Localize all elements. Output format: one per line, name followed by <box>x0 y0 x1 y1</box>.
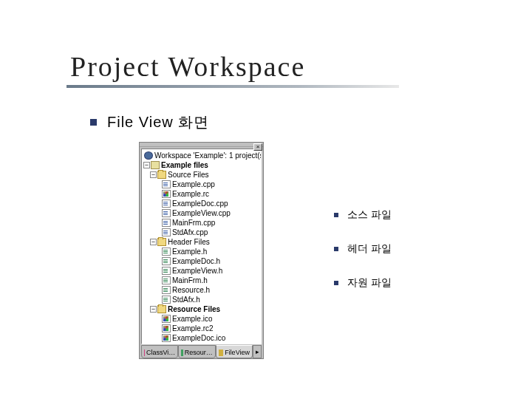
tab-classview[interactable]: ClassVi… <box>141 345 178 358</box>
workspace-panel: × Workspace 'Example': 1 project(s) − Ex… <box>139 142 264 359</box>
cpp-icon <box>162 219 171 227</box>
rc-icon <box>162 190 171 198</box>
file-label: ExampleDoc.ico <box>172 333 225 343</box>
bullet-icon <box>334 247 338 251</box>
res-icon <box>162 344 171 344</box>
cpp-icon <box>162 228 171 236</box>
legend: 소스 파일 헤더 파일 자원 파일 <box>334 208 392 310</box>
fileview-icon <box>219 349 223 356</box>
header-item[interactable]: StdAfx.h <box>143 295 261 304</box>
section-row: File View 화면 <box>90 112 209 132</box>
folder-icon <box>157 171 166 179</box>
workspace-label: Workspace 'Example': 1 project(s) <box>154 151 261 160</box>
file-label: Example.rc <box>172 189 209 199</box>
legend-item-source: 소스 파일 <box>334 208 392 222</box>
bullet-icon <box>334 281 338 285</box>
file-label: ExampleDoc.h <box>172 256 220 266</box>
folder-resource[interactable]: − Resource Files <box>143 304 261 314</box>
legend-label: 헤더 파일 <box>347 242 392 256</box>
project-icon <box>151 161 160 169</box>
cpp-icon <box>162 180 171 188</box>
tab-resourceview[interactable]: Resour… <box>178 345 215 358</box>
workspace-node[interactable]: Workspace 'Example': 1 project(s) <box>143 151 261 160</box>
source-item[interactable]: ExampleView.cpp <box>143 208 261 218</box>
slide-title: Project Workspace <box>70 50 305 83</box>
tab-fileview[interactable]: FileView <box>216 345 253 358</box>
file-label: Example.rc2 <box>172 324 214 333</box>
panel-tabs: ClassVi… Resour… FileView <box>141 345 253 358</box>
collapse-icon[interactable]: − <box>150 239 157 245</box>
res-icon <box>162 324 171 332</box>
workspace-icon <box>144 151 153 160</box>
file-label: ExampleDoc.cpp <box>172 199 228 208</box>
res-icon <box>162 315 171 323</box>
source-item[interactable]: ExampleDoc.cpp <box>143 199 261 208</box>
classview-icon <box>144 349 145 356</box>
file-label: Example.cpp <box>172 180 215 189</box>
file-label: StdAfx.h <box>172 295 200 304</box>
h-icon <box>162 267 171 275</box>
res-icon <box>162 334 171 342</box>
source-item[interactable]: Example.cpp <box>143 180 261 189</box>
folder-label: Header Files <box>168 237 210 247</box>
resourceview-icon <box>181 349 183 356</box>
header-item[interactable]: MainFrm.h <box>143 276 261 285</box>
folder-icon <box>157 238 166 246</box>
file-label: Example.ico <box>172 314 212 324</box>
header-item[interactable]: Example.h <box>143 247 261 256</box>
resource-item[interactable]: Example.rc2 <box>143 324 261 333</box>
header-item[interactable]: ExampleDoc.h <box>143 256 261 266</box>
project-node[interactable]: − Example files <box>143 160 261 170</box>
header-item[interactable]: ExampleView.h <box>143 266 261 276</box>
resource-item[interactable]: Example.ico <box>143 314 261 324</box>
source-item[interactable]: Example.rc <box>143 189 261 199</box>
close-button[interactable]: × <box>253 143 262 151</box>
file-label: StdAfx.cpp <box>172 228 208 237</box>
file-label: MainFrm.h <box>172 276 208 285</box>
title-underline <box>66 85 399 88</box>
folder-icon <box>157 305 166 313</box>
file-label: ExampleView.h <box>172 266 222 276</box>
file-tree[interactable]: Workspace 'Example': 1 project(s) − Exam… <box>141 149 262 344</box>
tab-label: FileView <box>225 349 250 356</box>
h-icon <box>162 257 171 265</box>
bullet-icon <box>334 213 338 217</box>
folder-source[interactable]: − Source Files <box>143 170 261 180</box>
resource-item[interactable]: Toolbar.bmp <box>143 343 261 344</box>
collapse-icon[interactable]: − <box>150 306 157 313</box>
tab-scroll-right[interactable]: ▸ <box>253 345 262 358</box>
h-icon <box>162 276 171 284</box>
h-icon <box>162 286 171 294</box>
file-label: MainFrm.cpp <box>172 218 215 228</box>
folder-label: Source Files <box>168 170 209 180</box>
file-label: Example.h <box>172 247 207 256</box>
bullet-icon <box>90 119 97 126</box>
h-icon <box>162 296 171 304</box>
tab-label: Resour… <box>185 349 213 356</box>
file-label: Resource.h <box>172 285 210 295</box>
section-label: File View 화면 <box>107 112 209 132</box>
file-label: ExampleView.cpp <box>172 208 231 218</box>
cpp-icon <box>162 200 171 208</box>
source-item[interactable]: MainFrm.cpp <box>143 218 261 228</box>
collapse-icon[interactable]: − <box>143 162 150 168</box>
header-item[interactable]: Resource.h <box>143 285 261 295</box>
legend-item-header: 헤더 파일 <box>334 242 392 256</box>
legend-label: 자원 파일 <box>347 276 392 290</box>
legend-label: 소스 파일 <box>347 208 392 222</box>
project-label: Example files <box>161 160 208 170</box>
collapse-icon[interactable]: − <box>150 171 157 178</box>
cpp-icon <box>162 209 171 217</box>
panel-titlebar <box>140 143 263 147</box>
resource-item[interactable]: ExampleDoc.ico <box>143 333 261 343</box>
source-item[interactable]: StdAfx.cpp <box>143 228 261 237</box>
legend-item-resource: 자원 파일 <box>334 276 392 290</box>
h-icon <box>162 248 171 256</box>
tab-label: ClassVi… <box>146 349 175 356</box>
file-label: Toolbar.bmp <box>172 343 212 344</box>
folder-label: Resource Files <box>168 304 220 314</box>
folder-header[interactable]: − Header Files <box>143 237 261 247</box>
